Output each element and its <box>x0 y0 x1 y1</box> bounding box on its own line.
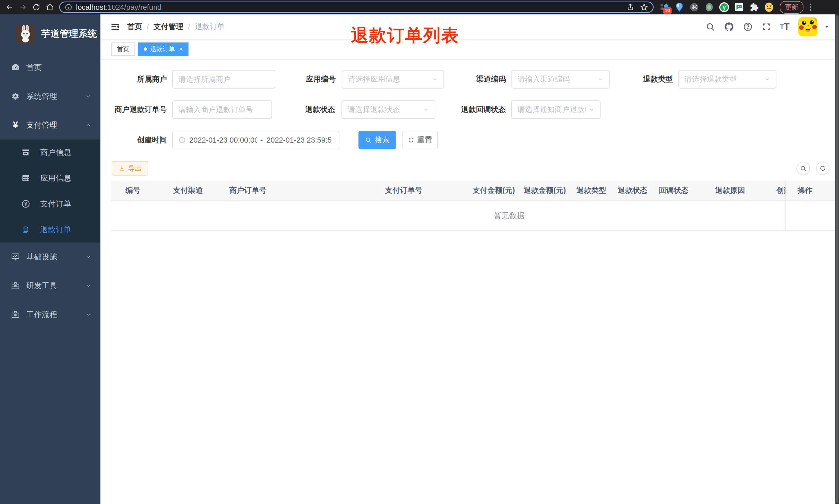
toggle-search-button[interactable] <box>797 162 810 175</box>
col-pay-amount: 支付金额(元) <box>467 185 518 196</box>
chevron-up-icon <box>85 122 92 128</box>
sidebar-item-refund-order[interactable]: 退款订单 <box>0 217 101 242</box>
select-placeholder: 请输入渠道编码 <box>518 74 595 85</box>
browser-reload-button[interactable] <box>30 1 42 13</box>
fullscreen-icon[interactable] <box>762 22 771 32</box>
chevron-down-icon <box>764 76 770 83</box>
sidebar-item-label: 商户信息 <box>40 147 71 158</box>
extension-diamond-icon[interactable]: 10 <box>659 2 670 12</box>
sidebar-item-pay-order[interactable]: ¥ 支付订单 <box>0 191 101 217</box>
extension-green-dot-icon[interactable] <box>704 2 714 12</box>
yen-circle-icon: ¥ <box>21 199 30 208</box>
export-button[interactable]: 导出 <box>112 161 148 176</box>
callback-status-select[interactable]: 请选择通知商户退款结果 <box>511 101 601 119</box>
reset-button[interactable]: 重置 <box>402 131 438 149</box>
refund-type-select[interactable]: 请选择退款类型 <box>678 70 776 89</box>
extension-command-icon[interactable]: ⌘ <box>689 2 699 12</box>
col-merchant-order-no: 商户订单号 <box>224 185 380 196</box>
browser-back-button[interactable] <box>4 1 15 13</box>
sidebar-item-label: 支付管理 <box>26 120 57 130</box>
browser-update-button[interactable]: 更新 <box>780 1 803 14</box>
search-button[interactable]: 搜索 <box>358 131 396 149</box>
filter-label-refund-type: 退款类型 <box>610 74 673 85</box>
search-button-label: 搜索 <box>375 135 390 145</box>
toolbox-icon <box>10 281 21 290</box>
sidebar-item-infra[interactable]: 基础设施 <box>0 242 101 271</box>
refund-status-select[interactable]: 请选择退款状态 <box>341 101 435 119</box>
sidebar-item-app-info[interactable]: 应用信息 <box>0 165 101 191</box>
bookmark-star-icon[interactable] <box>640 3 648 11</box>
address-bar[interactable]: localhost:1024/pay/refund <box>59 2 654 13</box>
channel-select[interactable]: 请输入渠道编码 <box>512 70 610 89</box>
browser-menu-icon[interactable] <box>807 4 814 11</box>
share-icon[interactable] <box>627 3 634 11</box>
tab-home[interactable]: 首页 <box>111 42 135 56</box>
filter-label-callback-status: 退款回调状态 <box>435 105 506 115</box>
date-end-value: 2022-01-23 23:59:59 <box>267 136 332 144</box>
active-dot-icon <box>144 47 147 51</box>
refresh-table-button[interactable] <box>816 162 829 175</box>
extension-emoji-icon[interactable] <box>764 2 774 12</box>
breadcrumb-home[interactable]: 首页 <box>127 22 142 32</box>
extension-y-icon[interactable]: y <box>719 2 729 12</box>
tab-refund-order[interactable]: 退款订单 × <box>138 42 189 56</box>
chevron-down-icon <box>85 93 92 100</box>
sidebar-item-system[interactable]: 系统管理 <box>0 82 101 111</box>
extensions-puzzle-icon[interactable] <box>749 2 759 12</box>
svg-text:y: y <box>722 4 726 11</box>
svg-text:⌘: ⌘ <box>691 4 697 11</box>
search-icon[interactable] <box>706 22 715 32</box>
extension-chat-icon[interactable] <box>734 2 744 12</box>
chevron-down-icon <box>423 107 429 113</box>
date-start-value: 2022-01-23 00:00:00 <box>189 136 257 144</box>
merchant-refund-no-input[interactable] <box>172 101 272 119</box>
font-size-icon[interactable]: TT <box>780 22 789 31</box>
date-range-picker[interactable]: 2022-01-23 00:00:00 - 2022-01-23 23:59:5… <box>172 131 339 149</box>
refresh-icon <box>819 165 826 172</box>
tab-close-icon[interactable]: × <box>178 46 183 53</box>
tab-label: 退款订单 <box>150 45 175 53</box>
dashboard-icon <box>10 62 21 72</box>
github-icon[interactable] <box>724 22 734 32</box>
merchant-refund-no-field[interactable] <box>178 106 266 114</box>
site-info-icon[interactable] <box>65 3 72 11</box>
scrollbar[interactable] <box>835 14 839 504</box>
user-avatar[interactable] <box>798 17 817 36</box>
app-select[interactable]: 请选择应用信息 <box>342 70 444 89</box>
refresh-icon <box>408 137 414 143</box>
sidebar-logo[interactable]: 芋道管理系统 <box>0 14 101 53</box>
select-placeholder: 请选择退款类型 <box>684 74 762 85</box>
search-icon <box>365 137 372 143</box>
reset-button-label: 重置 <box>417 135 432 145</box>
breadcrumb-payment[interactable]: 支付管理 <box>154 22 183 32</box>
select-placeholder: 请选择退款状态 <box>347 105 420 115</box>
monitor-icon <box>10 252 21 262</box>
breadcrumb-separator: / <box>188 23 190 31</box>
extension-balloon-icon[interactable] <box>674 2 684 12</box>
filter-label-app: 应用编号 <box>275 74 336 85</box>
sidebar-item-label: 系统管理 <box>26 91 57 102</box>
sidebar-item-workflow[interactable]: 工作流程 <box>0 300 101 329</box>
chevron-down-icon <box>85 254 92 260</box>
merchant-input-field[interactable] <box>178 75 269 84</box>
sidebar-item-merchant-info[interactable]: 商户信息 <box>0 140 101 165</box>
sidebar-item-payment[interactable]: ¥ 支付管理 <box>0 111 101 140</box>
sidebar-item-label: 工作流程 <box>26 309 57 320</box>
avatar-caret-icon[interactable] <box>824 23 830 30</box>
browser-home-button[interactable] <box>44 1 56 13</box>
col-refund-amount: 退款金额(元) <box>518 185 571 196</box>
url-path: :1024/pay/refund <box>105 3 161 11</box>
sidebar-fold-icon[interactable] <box>108 21 123 33</box>
merchant-input[interactable] <box>172 70 275 89</box>
sidebar-item-home[interactable]: 首页 <box>0 53 101 82</box>
browser-forward-button[interactable] <box>17 1 29 13</box>
scrollbar-thumb[interactable] <box>836 15 838 503</box>
select-placeholder: 请选择通知商户退款结果 <box>517 105 586 115</box>
sidebar-item-dev-tools[interactable]: 研发工具 <box>0 271 101 300</box>
sidebar-item-label: 应用信息 <box>40 173 71 183</box>
filter-label-channel: 渠道编码 <box>444 74 506 85</box>
filter-label-merchant: 所属商户 <box>111 74 167 85</box>
store-icon <box>21 148 30 157</box>
extension-badge: 10 <box>663 7 672 14</box>
help-icon[interactable] <box>743 22 753 32</box>
